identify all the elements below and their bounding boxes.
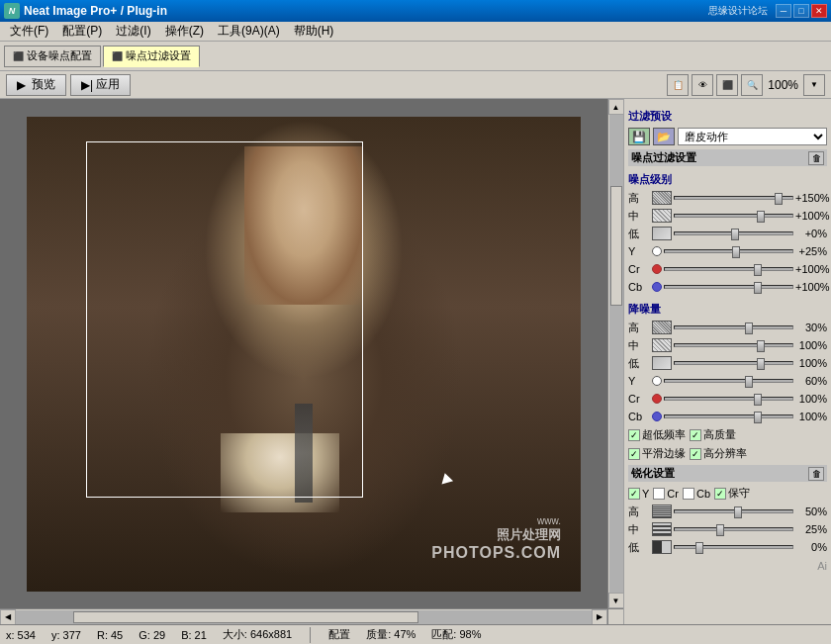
noise-slider-mid[interactable] [674, 209, 793, 223]
reduction-slider-low[interactable] [674, 356, 793, 370]
cb-hq[interactable]: 高质量 [690, 427, 736, 442]
title-bar: N Neat Image Pro+ / Plug-in 思缘设计论坛 ─ □ ✕ [0, 0, 831, 22]
filter-preset-row: 💾 📂 磨皮动作 [628, 126, 827, 147]
image-panel[interactable]: www. 照片处理网 PHOTOPS.COM ▲ ▼ ◀ ▶ [0, 99, 623, 624]
delete-sharpen-btn[interactable]: 🗑 [808, 467, 824, 481]
cb-ultralow-box[interactable] [628, 429, 640, 441]
reduction-value-cb: 100% [795, 411, 827, 422]
reduction-label-mid: 中 [628, 338, 650, 353]
face-highlight [244, 146, 363, 305]
reduction-dot-cb [652, 412, 662, 421]
menu-file[interactable]: 文件(F) [4, 21, 54, 42]
noise-slider-y[interactable] [664, 244, 793, 258]
cb-ultralow[interactable]: 超低频率 [628, 427, 686, 442]
shirt-area [221, 433, 339, 512]
reduction-label-cr: Cr [628, 393, 650, 405]
cb-sharpen-cons-box[interactable] [714, 488, 726, 500]
cb-sharpen-cr[interactable]: Cr [653, 488, 679, 500]
noise-row-high: 高 +150% [628, 189, 827, 207]
reduction-row-cb: Cb 100% [628, 408, 827, 425]
status-size: 大小: 646x881 [223, 627, 292, 642]
preset-dropdown[interactable]: 磨皮动作 [678, 128, 827, 145]
channel-dot-cr [652, 264, 662, 274]
close-button[interactable]: ✕ [811, 4, 827, 18]
save-preset-icon[interactable]: 💾 [628, 128, 650, 145]
reduction-slider-cr[interactable] [664, 392, 793, 406]
vertical-scrollbar[interactable]: ▲ ▼ [607, 99, 623, 608]
menu-config[interactable]: 配置(P) [56, 21, 108, 42]
sharpen-slider-mid[interactable] [674, 522, 793, 536]
cb-sharpen-y[interactable]: Y [628, 488, 649, 500]
menu-filter[interactable]: 过滤(I) [110, 21, 156, 42]
sharpen-preview-low [652, 540, 672, 554]
sharpen-label-mid: 中 [628, 522, 650, 537]
noise-preview-high [652, 191, 672, 205]
menu-bar: 文件(F) 配置(P) 过滤(I) 操作(Z) 工具(9A)(A) 帮助(H) [0, 22, 831, 42]
reduction-label-high: 高 [628, 321, 650, 335]
menu-help[interactable]: 帮助(H) [288, 21, 340, 42]
reduction-slider-high[interactable] [674, 321, 793, 334]
noise-value-high: +150% [795, 192, 827, 204]
noise-slider-high[interactable] [674, 191, 793, 205]
reduction-slider-y[interactable] [664, 374, 793, 388]
noise-filter-title: 噪点过滤设置 [631, 150, 696, 165]
cb-sharpen-cr-box[interactable] [653, 488, 665, 500]
tie [295, 404, 313, 503]
noise-value-low: +0% [795, 228, 827, 239]
noise-slider-low[interactable] [674, 227, 793, 240]
reduction-slider-mid[interactable] [674, 338, 793, 352]
maximize-button[interactable]: □ [793, 4, 809, 18]
menu-operate[interactable]: 操作(Z) [159, 21, 210, 42]
sharpen-slider-high[interactable] [674, 505, 793, 518]
cb-sharpen-cb-box[interactable] [683, 488, 694, 500]
noise-label-y: Y [628, 245, 650, 257]
menu-tools[interactable]: 工具(9A)(A) [212, 21, 286, 42]
reduction-value-mid: 100% [795, 339, 827, 351]
cb-hires[interactable]: 高分辨率 [690, 446, 747, 461]
checkboxes-quality: 超低频率 高质量 [628, 425, 827, 444]
noise-row-cr: Cr +100% [628, 260, 827, 278]
tab-device-noise[interactable]: ⬛ 设备噪点配置 [4, 46, 101, 67]
noise-value-y: +25% [795, 245, 827, 257]
filter-presets-title: 过滤预设 [628, 107, 827, 126]
preview-button[interactable]: ▶ 预览 [6, 74, 66, 96]
eye-icon-btn[interactable]: 👁 [692, 74, 713, 96]
cb-sharpen-y-box[interactable] [628, 488, 640, 500]
load-preset-icon[interactable]: 📂 [653, 128, 675, 145]
reduction-slider-cb[interactable] [664, 410, 793, 423]
compare-icon-btn[interactable]: ⬛ [716, 74, 738, 96]
noise-slider-cb[interactable] [664, 280, 793, 294]
zoom-down-arrow[interactable]: ▼ [803, 74, 825, 96]
cb-hires-box[interactable] [690, 448, 701, 460]
status-y: y: 377 [51, 629, 81, 641]
scroll-left-arrow[interactable]: ◀ [0, 609, 16, 625]
zoom-icon-btn[interactable]: 🔍 [741, 74, 763, 96]
status-g: G: 29 [138, 629, 165, 641]
delete-noise-filter-btn[interactable]: 🗑 [808, 151, 824, 165]
sharpen-slider-low[interactable] [674, 540, 793, 554]
cb-smooth-box[interactable] [628, 448, 640, 460]
noise-slider-cr[interactable] [664, 262, 793, 276]
cb-hq-box[interactable] [690, 429, 701, 441]
minimize-button[interactable]: ─ [776, 4, 791, 18]
copy-icon-btn[interactable]: 📋 [667, 74, 689, 96]
cb-sharpen-cb[interactable]: Cb [683, 488, 710, 500]
status-config: 配置 [328, 627, 350, 642]
cb-smooth[interactable]: 平滑边缘 [628, 446, 686, 461]
scroll-up-arrow[interactable]: ▲ [608, 99, 624, 115]
horizontal-scrollbar[interactable]: ◀ ▶ [0, 608, 607, 624]
scroll-right-arrow[interactable]: ▶ [592, 609, 607, 625]
cb-sharpen-cons[interactable]: 保守 [714, 486, 750, 501]
reduction-value-y: 60% [795, 375, 827, 387]
sharpen-preview-high [652, 505, 672, 518]
noise-label-cr: Cr [628, 263, 650, 275]
noise-label-mid: 中 [628, 209, 650, 224]
scroll-corner [607, 608, 623, 624]
reduction-value-cr: 100% [795, 393, 827, 405]
noise-preview-low [652, 227, 672, 240]
scroll-down-arrow[interactable]: ▼ [608, 593, 624, 608]
tab-noise-filter[interactable]: ⬛ 噪点过滤设置 [103, 46, 200, 67]
apply-button[interactable]: ▶| 应用 [70, 74, 131, 96]
sharpen-label-low: 低 [628, 540, 650, 555]
main-area: www. 照片处理网 PHOTOPS.COM ▲ ▼ ◀ ▶ [0, 99, 831, 624]
